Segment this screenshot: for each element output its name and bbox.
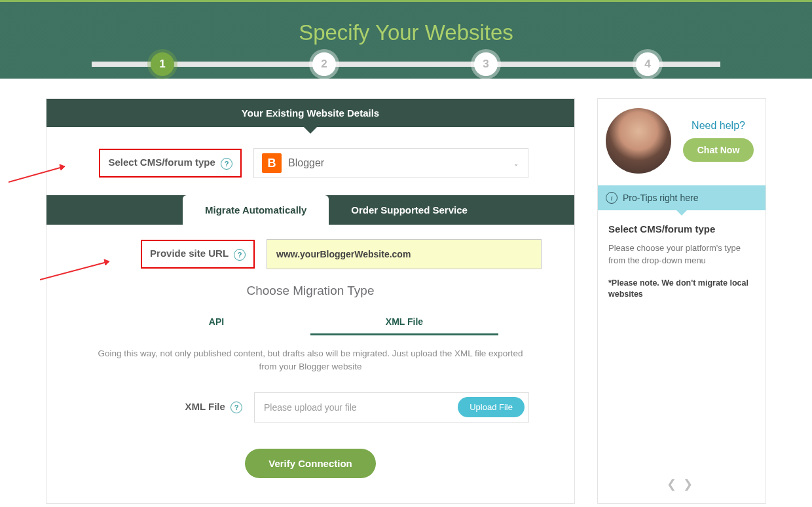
cms-label: Select CMS/forum type [108, 157, 215, 168]
subtab-xml[interactable]: XML File [310, 310, 498, 335]
migrate-tabs: Migrate Automatically Order Supported Se… [46, 195, 574, 225]
subtab-api[interactable]: API [122, 310, 310, 335]
migration-sub-tabs: API XML File [122, 310, 498, 335]
file-row: XML File ? Please upload your file Uploa… [58, 374, 563, 423]
tip-body: Please choose your platform's type from … [608, 242, 755, 267]
agent-avatar [606, 108, 671, 174]
chevron-down-icon: ⌄ [513, 160, 519, 167]
panel-title: Your Existing Website Details [46, 99, 574, 127]
url-label-wrap: Provide site URL ? [58, 240, 255, 268]
info-icon: i [606, 192, 618, 204]
migration-heading: Choose Migration Type [58, 284, 563, 298]
pro-tips-label: Pro-Tips right here [623, 193, 698, 203]
migration-desc: Going this way, not only published conte… [58, 347, 563, 374]
pro-tips-bar: i Pro-Tips right here [598, 185, 766, 210]
progress-line [92, 62, 720, 67]
file-label: XML File [185, 401, 225, 412]
form-panel: Your Existing Website Details Select CMS… [46, 98, 575, 504]
tip-title: Select CMS/forum type [608, 223, 755, 235]
help-sidebar: Need help? Chat Now i Pro-Tips right her… [597, 98, 766, 504]
help-icon[interactable]: ? [234, 249, 246, 261]
tab-content: Provide site URL ? Choose Migration Type… [46, 225, 574, 503]
cms-label-wrap: Select CMS/forum type ? [58, 149, 242, 177]
prev-tip-button[interactable]: ❮ [665, 478, 682, 491]
svg-line-0 [9, 166, 65, 182]
step-2[interactable]: 2 [312, 52, 336, 76]
url-input[interactable] [267, 239, 542, 269]
help-top: Need help? Chat Now [598, 99, 766, 185]
tip-nav: ❮❯ [598, 465, 766, 503]
tip-note: *Please note. We don't migrate local web… [608, 278, 755, 301]
cms-dropdown[interactable]: B Blogger ⌄ [253, 148, 528, 178]
cms-row: Select CMS/forum type ? B Blogger ⌄ [46, 127, 574, 195]
cms-selected: Blogger [288, 157, 324, 169]
upload-file-button[interactable]: Upload File [458, 397, 525, 417]
url-row: Provide site URL ? [58, 239, 563, 272]
blogger-icon: B [262, 153, 282, 173]
file-label-wrap: XML File ? [70, 401, 242, 413]
next-tip-button[interactable]: ❯ [682, 478, 698, 491]
help-icon[interactable]: ? [231, 402, 242, 413]
tips-body: Select CMS/forum type Please choose your… [598, 210, 766, 465]
need-help-text: Need help? [679, 120, 758, 132]
chat-now-button[interactable]: Chat Now [683, 138, 754, 162]
step-4[interactable]: 4 [636, 52, 659, 76]
step-3[interactable]: 3 [474, 52, 498, 76]
file-placeholder: Please upload your file [264, 402, 357, 413]
hero-banner: Specify Your Websites [0, 0, 812, 79]
file-input[interactable]: Please upload your file Upload File [254, 392, 529, 423]
verify-connection-button[interactable]: Verify Connection [245, 449, 376, 478]
tab-supported[interactable]: Order Supported Service [329, 195, 490, 225]
step-1[interactable]: 1 [151, 52, 174, 76]
url-label: Provide site URL [150, 248, 229, 259]
hero-title: Specify Your Websites [0, 2, 812, 45]
help-icon[interactable]: ? [221, 158, 232, 170]
tab-auto[interactable]: Migrate Automatically [183, 195, 329, 225]
